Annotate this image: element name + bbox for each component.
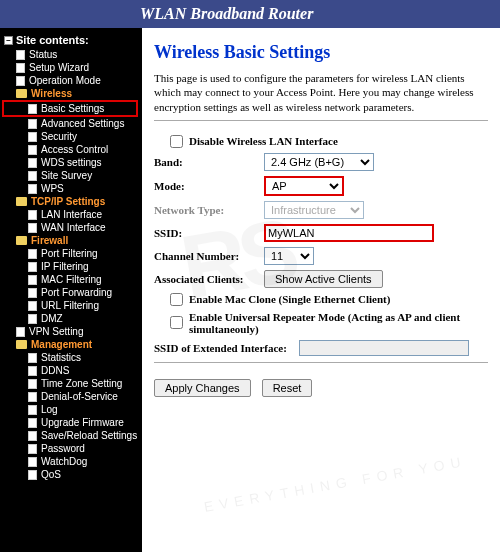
sidebar-item-qos[interactable]: QoS [4,468,138,481]
sidebar-item-label: WAN Interface [41,222,106,233]
sidebar-item-tcp-ip-settings[interactable]: TCP/IP Settings [4,195,138,208]
sidebar-item-url-filtering[interactable]: URL Filtering [4,299,138,312]
sidebar-item-setup-wizard[interactable]: Setup Wizard [4,61,138,74]
sidebar-item-statistics[interactable]: Statistics [4,351,138,364]
page-icon [28,262,37,272]
ext-ssid-label: SSID of Extended Interface: [154,342,299,354]
sidebar-item-ip-filtering[interactable]: IP Filtering [4,260,138,273]
sidebar-item-password[interactable]: Password [4,442,138,455]
page-icon [28,275,37,285]
page-icon [28,171,37,181]
page-icon [16,327,25,337]
sidebar-item-label: URL Filtering [41,300,99,311]
page-icon [28,119,37,129]
page-icon [28,145,37,155]
sidebar-item-label: Operation Mode [29,75,101,86]
page-icon [28,457,37,467]
divider-bottom [154,362,488,363]
sidebar-item-label: Password [41,443,85,454]
sidebar-item-label: Wireless [31,88,72,99]
sidebar-item-label: Save/Reload Settings [41,430,137,441]
button-row: Apply Changes Reset [154,379,488,397]
sidebar-item-label: Denial-of-Service [41,391,118,402]
sidebar-item-save-reload-settings[interactable]: Save/Reload Settings [4,429,138,442]
repeater-checkbox[interactable] [170,316,183,329]
sidebar-item-access-control[interactable]: Access Control [4,143,138,156]
watermark-text: EVERYTHING FOR YOU [203,453,468,515]
band-row: Band: 2.4 GHz (B+G) [154,153,488,171]
page-icon [16,50,25,60]
sidebar-item-security[interactable]: Security [4,130,138,143]
sidebar-item-label: WPS [41,183,64,194]
sidebar-item-label: WatchDog [41,456,87,467]
page-icon [28,405,37,415]
page-icon [28,444,37,454]
mac-clone-label: Enable Mac Clone (Single Ethernet Client… [189,293,390,305]
sidebar-item-dmz[interactable]: DMZ [4,312,138,325]
page-icon [28,379,37,389]
mac-clone-row: Enable Mac Clone (Single Ethernet Client… [154,293,488,306]
sidebar: − Site contents: StatusSetup WizardOpera… [0,28,142,552]
sidebar-item-mac-filtering[interactable]: MAC Filtering [4,273,138,286]
show-clients-button[interactable]: Show Active Clients [264,270,383,288]
network-type-select: Infrastructure [264,201,364,219]
sidebar-item-wan-interface[interactable]: WAN Interface [4,221,138,234]
sidebar-item-wireless[interactable]: Wireless [4,87,138,100]
sidebar-item-label: DMZ [41,313,63,324]
sidebar-item-label: Management [31,339,92,350]
sidebar-item-denial-of-service[interactable]: Denial-of-Service [4,390,138,403]
sidebar-item-label: QoS [41,469,61,480]
divider [154,120,488,121]
disable-wlan-checkbox[interactable] [170,135,183,148]
page-icon [28,431,37,441]
band-select[interactable]: 2.4 GHz (B+G) [264,153,374,171]
sidebar-item-lan-interface[interactable]: LAN Interface [4,208,138,221]
sidebar-item-label: Log [41,404,58,415]
sidebar-item-port-forwarding[interactable]: Port Forwarding [4,286,138,299]
sidebar-item-management[interactable]: Management [4,338,138,351]
ext-ssid-input [299,340,469,356]
sidebar-item-label: WDS settings [41,157,102,168]
mode-select[interactable]: AP [264,176,344,196]
ssid-input[interactable] [264,224,434,242]
sidebar-item-time-zone-setting[interactable]: Time Zone Setting [4,377,138,390]
sidebar-item-label: TCP/IP Settings [31,196,105,207]
ssid-row: SSID: [154,224,488,242]
mode-row: Mode: AP [154,176,488,196]
page-icon [28,314,37,324]
ssid-label: SSID: [154,227,264,239]
sidebar-item-site-survey[interactable]: Site Survey [4,169,138,182]
sidebar-item-log[interactable]: Log [4,403,138,416]
channel-select[interactable]: 11 [264,247,314,265]
sidebar-item-vpn-setting[interactable]: VPN Setting [4,325,138,338]
sidebar-item-operation-mode[interactable]: Operation Mode [4,74,138,87]
sidebar-item-label: Access Control [41,144,108,155]
main-panel: RS EVERYTHING FOR YOU Wireless Basic Set… [142,28,500,552]
sidebar-item-port-filtering[interactable]: Port Filtering [4,247,138,260]
page-icon [28,288,37,298]
network-type-row: Network Type: Infrastructure [154,201,488,219]
repeater-row: Enable Universal Repeater Mode (Acting a… [154,311,488,335]
sidebar-item-upgrade-firmware[interactable]: Upgrade Firmware [4,416,138,429]
sidebar-item-label: Advanced Settings [41,118,124,129]
reset-button[interactable]: Reset [262,379,313,397]
sidebar-item-label: DDNS [41,365,69,376]
sidebar-item-wps[interactable]: WPS [4,182,138,195]
sidebar-item-watchdog[interactable]: WatchDog [4,455,138,468]
mac-clone-checkbox[interactable] [170,293,183,306]
sidebar-item-ddns[interactable]: DDNS [4,364,138,377]
page-icon [28,470,37,480]
sidebar-item-label: Port Filtering [41,248,98,259]
sidebar-item-wds-settings[interactable]: WDS settings [4,156,138,169]
app-header: WLAN Broadband Router [0,0,500,28]
sidebar-item-basic-settings[interactable]: Basic Settings [2,100,138,117]
apply-button[interactable]: Apply Changes [154,379,251,397]
sidebar-item-label: MAC Filtering [41,274,102,285]
sidebar-item-advanced-settings[interactable]: Advanced Settings [4,117,138,130]
sidebar-item-firewall[interactable]: Firewall [4,234,138,247]
page-icon [16,63,25,73]
collapse-icon[interactable]: − [4,36,13,45]
sidebar-item-status[interactable]: Status [4,48,138,61]
sidebar-item-label: Upgrade Firmware [41,417,124,428]
channel-row: Channel Number: 11 [154,247,488,265]
